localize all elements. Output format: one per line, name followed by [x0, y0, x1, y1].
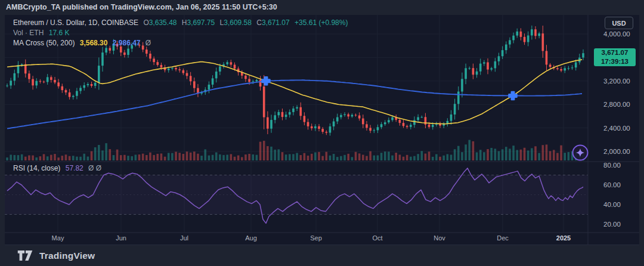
death-cross-marker	[262, 77, 270, 85]
price-tick-label: 2,800.00	[603, 100, 630, 109]
attribution-text: AMBCrypto_TA published on TradingView.co…	[6, 3, 277, 11]
ma-cross-row: MA Cross (50, 200) 3,568.30 2,986.47 Ø	[13, 39, 154, 47]
ma200-value: 2,986.47	[113, 39, 141, 47]
price-tick-label: 3,200.00	[603, 77, 630, 85]
time-axis-label: Jun	[116, 234, 126, 242]
rsi-tick-label: 40.00	[603, 200, 621, 209]
price-tick-label: 4,000.00	[603, 30, 630, 38]
rsi-header-row: RSI (14, close) 57.82 Ø Ø	[13, 164, 104, 172]
bar-countdown: 17:39:13	[594, 57, 636, 66]
rsi-hidden-icons: Ø Ø	[88, 164, 101, 172]
symbol-title: Ethereum / U.S. Dollar, 1D, COINBASE	[13, 18, 138, 27]
time-axis-label: Aug	[245, 234, 257, 242]
rsi-tick-label: 20.00	[603, 220, 621, 228]
ma-hidden-icon: Ø	[145, 39, 151, 47]
rsi-label: RSI (14, close)	[13, 164, 60, 172]
sparkle-button[interactable]	[572, 144, 589, 161]
open-value: 3,635.48	[149, 18, 177, 27]
change-value: +35.61 (+0.98%)	[295, 18, 348, 27]
tradingview-logo-icon[interactable]	[17, 250, 35, 261]
time-axis-label: Oct	[372, 234, 382, 242]
tradingview-logo-text[interactable]: TradingView	[39, 250, 95, 261]
ma50-value: 3,568.30	[80, 39, 108, 47]
price-tick-label: 2,000.00	[603, 147, 630, 156]
rsi-tick-label: 60.00	[603, 181, 621, 189]
time-axis-label: 2025	[556, 234, 571, 242]
rsi-value: 57.82	[66, 164, 83, 172]
symbol-header-row: Ethereum / U.S. Dollar, 1D, COINBASE O3,…	[13, 18, 351, 27]
sparkle-icon	[572, 144, 589, 161]
time-axis-label: May	[52, 234, 64, 242]
close-value: 3,671.07	[262, 18, 290, 27]
last-price-value: 3,671.07	[594, 48, 636, 57]
chart-canvas[interactable]	[5, 15, 639, 245]
golden-cross-marker	[509, 92, 517, 100]
time-axis-label: Jul	[180, 234, 188, 242]
rsi-tick-label: 80.00	[603, 161, 621, 169]
time-axis-label: Nov	[434, 234, 445, 242]
close-label: C	[256, 18, 262, 27]
high-value: 3,697.75	[187, 18, 215, 27]
open-label: O	[143, 18, 148, 27]
ma-cross-label: MA Cross (50, 200)	[13, 39, 75, 47]
footer-bar: TradingView	[0, 245, 644, 266]
time-axis-label: Sep	[310, 234, 322, 242]
low-value: 3,609.58	[224, 18, 252, 27]
attribution-bar: AMBCrypto_TA published on TradingView.co…	[0, 0, 644, 15]
price-tick-label: 2,400.00	[603, 124, 630, 132]
currency-toggle-usd[interactable]: USD	[605, 17, 633, 29]
volume-value: 17.6 K	[49, 29, 70, 37]
chart-widget: Ethereum / U.S. Dollar, 1D, COINBASE O3,…	[5, 15, 639, 245]
volume-label: Vol · ETH	[13, 29, 44, 37]
time-axis-label: Dec	[497, 234, 509, 242]
last-price-badge[interactable]: 3,671.07 17:39:13	[594, 48, 636, 66]
volume-row: Vol · ETH 17.6 K	[13, 29, 72, 37]
high-label: H	[182, 18, 187, 27]
tradingview-published-chart: AMBCrypto_TA published on TradingView.co…	[0, 0, 644, 266]
